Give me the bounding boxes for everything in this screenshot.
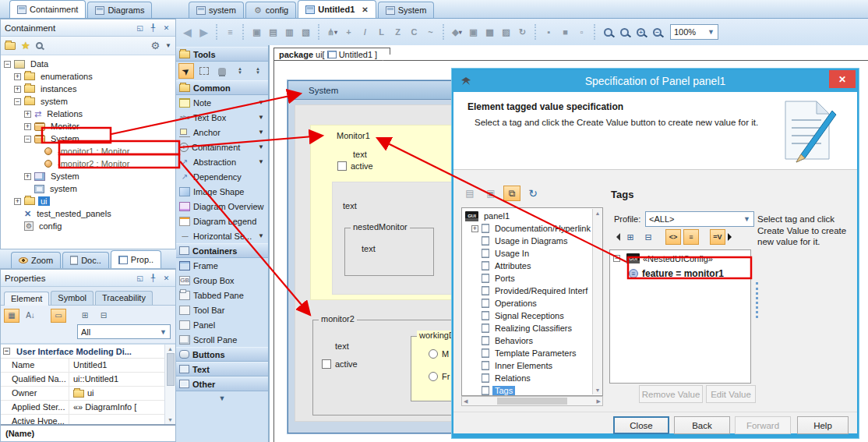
line-custom-icon[interactable]: ~	[422, 25, 439, 40]
stereotype-row[interactable]: − GUI «NestedUIConfig»	[613, 253, 713, 263]
palette-item-tabbed-pane[interactable]: Tabbed Pane	[176, 288, 268, 302]
scroll-up-icon[interactable]: ▲	[168, 346, 173, 352]
palette-item-abstraction[interactable]: ↗Abstraction▼	[176, 154, 268, 169]
spec-tree-item[interactable]: Tags	[462, 384, 602, 396]
palette-item-tool-bar[interactable]: Tool Bar	[176, 302, 268, 317]
display-mode-1-icon[interactable]: ▪	[541, 25, 557, 40]
usages-icon[interactable]: ▤	[461, 186, 478, 201]
show-values-icon[interactable]: =V	[710, 229, 725, 245]
tree-expander-icon[interactable]: −	[24, 136, 31, 143]
paste-icon[interactable]: ▤	[265, 25, 281, 40]
favorites-star-icon[interactable]: ★	[21, 40, 30, 51]
close-button[interactable]: Close	[613, 416, 669, 434]
scroll-left-icon[interactable]: ◀	[464, 398, 468, 405]
to-front-icon[interactable]: ▣	[465, 25, 482, 40]
tree-item[interactable]: ⚙config	[1, 220, 175, 232]
spec-tree-item[interactable]: Realizing Classifiers	[462, 322, 602, 334]
tree-item[interactable]: +enumerations	[1, 70, 175, 83]
tree-expander-icon[interactable]: +	[24, 123, 31, 130]
property-row[interactable]: Ownerui	[1, 387, 175, 401]
marquee-select-icon[interactable]	[196, 63, 212, 79]
forward-arrow-icon[interactable]: ▶	[196, 25, 212, 40]
chevron-down-icon[interactable]: ▼	[258, 114, 264, 121]
line-straight-icon[interactable]: /	[357, 25, 373, 40]
monitor1-active-checkbox[interactable]	[337, 161, 347, 171]
properties-tab-symbol[interactable]: Symbol	[51, 291, 94, 305]
line-rectilinear-icon[interactable]: L	[373, 25, 390, 40]
nested-monitor-groupbox[interactable]: nestedMonitor text	[344, 228, 434, 276]
tab-system[interactable]: System	[378, 2, 435, 18]
layout-plus-icon[interactable]: +	[340, 25, 357, 40]
monitor2-active-checkbox[interactable]	[322, 359, 331, 369]
palette-section-tools[interactable]: Tools	[176, 47, 268, 62]
vertical-expand-icon[interactable]: ▲▼	[232, 63, 248, 79]
spec-tree-item[interactable]: Operations	[462, 297, 602, 309]
show-tags-mode-icon[interactable]: ⧉	[503, 186, 520, 201]
palette-item-frame[interactable]: Frame	[176, 258, 268, 273]
properties-section-header[interactable]: − User Interface Modeling Di...	[1, 345, 175, 359]
palette-item-diagram-legend[interactable]: Diagram Legend	[176, 214, 268, 228]
tree-expander-icon[interactable]: +	[14, 73, 21, 80]
scroll-up-icon[interactable]: ▲	[595, 210, 601, 216]
sort-alphabetic-icon[interactable]: A↓	[23, 309, 38, 323]
spec-tree-item[interactable]: Attributes	[462, 260, 602, 272]
tab-diagrams[interactable]: Diagrams	[87, 2, 152, 18]
scroll-right-icon[interactable]: ▶	[597, 398, 601, 405]
display-mode-2-icon[interactable]: ■	[557, 25, 573, 40]
tree-expander-icon[interactable]: +	[471, 225, 478, 232]
spec-tree-item[interactable]: Provided/Required Interf	[462, 285, 602, 297]
palette-item-panel[interactable]: Panel	[176, 317, 268, 332]
spec-tree-item[interactable]: Behaviors	[462, 334, 602, 347]
property-filter-select[interactable]: All ▼	[77, 324, 171, 339]
close-panel-icon[interactable]: ✕	[161, 274, 171, 283]
to-back-icon[interactable]: ▩	[482, 25, 498, 40]
view-tab-prop[interactable]: Prop..	[111, 250, 161, 268]
collapse-pane-icon[interactable]	[612, 233, 620, 241]
tree-item[interactable]: −Data	[1, 58, 175, 70]
send-order-icon[interactable]: ▨	[498, 25, 514, 40]
chevron-down-icon[interactable]: ▾	[334, 29, 337, 36]
tree-expander-icon[interactable]: −	[14, 98, 21, 105]
properties-tab-element[interactable]: Element	[4, 292, 49, 306]
section-expander-icon[interactable]: −	[3, 348, 10, 355]
cursor-icon[interactable]: ➤	[178, 63, 194, 79]
vertical-collapse-icon[interactable]: ▲▼	[250, 63, 266, 79]
delete-icon[interactable]: ▥	[281, 25, 298, 40]
view-tab-zoom[interactable]: Zoom	[11, 252, 61, 268]
zoom-out-icon[interactable]: −	[649, 25, 665, 40]
spec-tree-item[interactable]: Ports	[462, 272, 602, 285]
tree-item[interactable]: +ui	[1, 195, 175, 207]
search-icon[interactable]	[36, 42, 43, 49]
collapse-all-icon[interactable]: ⊟	[96, 309, 111, 323]
scroll-down-icon[interactable]: ▼	[168, 417, 173, 423]
spec-tree-root[interactable]: GUIpanel1	[462, 210, 602, 222]
spec-tree-item[interactable]: +Documentation/Hyperlink	[462, 222, 602, 235]
tree-expander-icon[interactable]: −	[4, 61, 11, 68]
tree-expander-icon[interactable]: +	[24, 111, 31, 118]
palette-item-scroll-pane[interactable]: Scroll Pane	[176, 332, 268, 347]
view-tab-doc[interactable]: Doc..	[62, 252, 109, 268]
chevron-down-icon[interactable]: ▼	[258, 99, 264, 106]
stamp-icon[interactable]	[214, 63, 230, 79]
expand-all-icon[interactable]: ⊞	[623, 229, 638, 245]
scroll-down-icon[interactable]: ▼	[595, 387, 601, 393]
tree-item[interactable]: +System	[1, 170, 175, 182]
tree-expander-icon[interactable]: +	[14, 86, 21, 93]
fill-color-icon[interactable]: ◆▾	[449, 25, 465, 40]
properties-scrollbar[interactable]: ▲ ▼	[164, 345, 175, 424]
copy-related-icon[interactable]: ▧	[298, 25, 314, 40]
group-by-profile-icon[interactable]: ≡	[683, 229, 699, 245]
palette-item-group-box[interactable]: GBGroup Box	[176, 273, 268, 288]
tree-item[interactable]: -monitor1 : Monitor	[1, 145, 175, 157]
tree-item[interactable]: -monitor2 : Monitor	[1, 157, 175, 170]
property-row[interactable]: Qualified Na...ui::Untitled1	[1, 373, 175, 387]
open-project-icon[interactable]	[5, 42, 16, 50]
float-panel-icon[interactable]: ◱	[135, 274, 145, 283]
tab-config[interactable]: ⚙config	[245, 2, 296, 18]
palette-section-buttons[interactable]: Buttons	[176, 347, 268, 362]
property-row[interactable]: NameUntitled1	[1, 359, 175, 373]
palette-item-diagram-overview[interactable]: Diagram Overview	[176, 199, 268, 214]
tree-item[interactable]: +instances	[1, 83, 175, 95]
working-radio-2[interactable]	[429, 372, 438, 381]
chevron-down-icon[interactable]: ▼	[258, 143, 264, 150]
